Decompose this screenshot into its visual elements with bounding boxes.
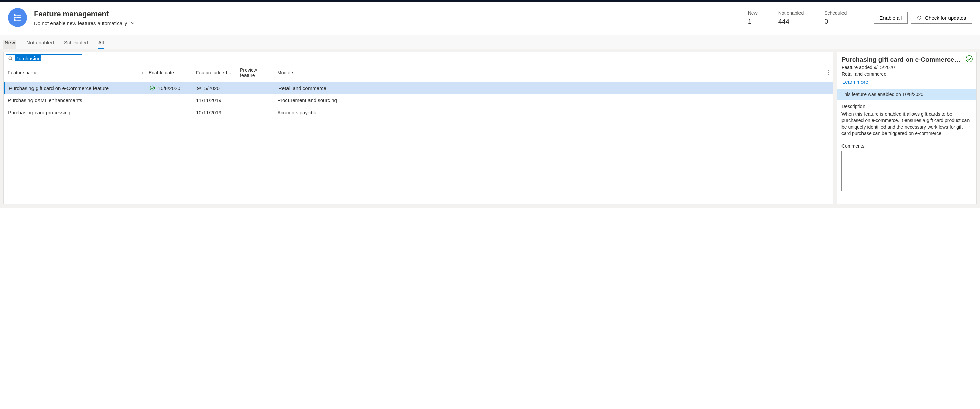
auto-enable-label: Do not enable new features automatically (34, 20, 127, 26)
svg-point-8 (828, 70, 829, 71)
svg-point-6 (9, 57, 11, 60)
stat-new[interactable]: New 1 (741, 10, 772, 25)
enabled-banner: This feature was enabled on 10/8/2020 (837, 89, 976, 100)
svg-point-0 (14, 14, 15, 16)
check-updates-button[interactable]: Check for updates (911, 12, 972, 24)
stat-scheduled[interactable]: Scheduled 0 (818, 10, 860, 25)
svg-point-9 (828, 72, 829, 73)
cell-preview (239, 86, 276, 90)
check-circle-icon (966, 55, 973, 63)
col-header-name-label: Feature name (8, 70, 37, 75)
tab-new[interactable]: New (3, 40, 16, 49)
col-header-feature-added[interactable]: Feature added ↓ (193, 67, 237, 79)
table-row[interactable]: Purchasing cXML enhancements11/11/2019Pr… (4, 94, 833, 106)
detail-title: Purchasing gift card on e-Commerce f… (842, 56, 972, 63)
cell-feature-added: 11/11/2019 (193, 95, 237, 105)
grid-header: Feature name ↑ Enable date Feature added… (4, 63, 833, 82)
enable-all-label: Enable all (880, 15, 902, 21)
stats-block: New 1 Not enabled 444 Scheduled 0 (741, 10, 861, 25)
col-header-preview[interactable]: Preview feature (237, 64, 275, 81)
cell-enable-date (146, 98, 193, 102)
cell-feature-added: 9/15/2020 (194, 83, 239, 93)
cell-module: Procurement and sourcing (275, 95, 833, 105)
cell-feature-added: 10/11/2019 (193, 108, 237, 117)
stat-not-enabled-label: Not enabled (778, 10, 804, 16)
search-value: Purchasing (15, 55, 41, 61)
sort-desc-icon: ↓ (229, 70, 231, 75)
learn-more-link[interactable]: Learn more (842, 79, 868, 84)
table-row[interactable]: Purchasing card processing10/11/2019Acco… (4, 106, 833, 118)
grid-panel: Purchasing Feature name ↑ Enable date Fe… (3, 52, 833, 204)
refresh-icon (917, 15, 922, 20)
cell-feature-name: Purchasing card processing (4, 108, 146, 117)
check-circle-icon (150, 85, 155, 91)
comments-textarea[interactable] (842, 151, 972, 192)
col-header-feature-added-label: Feature added (196, 70, 227, 75)
detail-added: Feature added 9/15/2020 (842, 65, 972, 70)
stat-not-enabled-value: 444 (778, 17, 804, 25)
stat-new-label: New (748, 10, 757, 16)
table-row[interactable]: Purchasing gift card on e-Commerce featu… (4, 82, 833, 94)
stat-not-enabled[interactable]: Not enabled 444 (772, 10, 818, 25)
stat-scheduled-label: Scheduled (824, 10, 846, 16)
cell-enable-date: 10/8/2020 (147, 83, 194, 93)
col-header-name[interactable]: Feature name ↑ (4, 67, 146, 79)
cell-enable-date (146, 110, 193, 114)
feature-list-icon (8, 8, 27, 27)
grid-more-menu[interactable] (827, 68, 830, 78)
page-header: Feature management Do not enable new fea… (0, 2, 980, 35)
search-icon (8, 56, 13, 61)
enable-all-button[interactable]: Enable all (874, 12, 908, 24)
comments-label: Comments (842, 143, 972, 149)
detail-panel: Purchasing gift card on e-Commerce f… Fe… (837, 52, 977, 204)
col-header-module[interactable]: Module (275, 67, 833, 79)
sort-asc-icon: ↑ (141, 70, 143, 75)
check-updates-label: Check for updates (925, 15, 966, 21)
tab-scheduled[interactable]: Scheduled (64, 40, 88, 49)
cell-preview (237, 110, 275, 114)
tab-all[interactable]: All (98, 40, 104, 49)
col-header-enable-date[interactable]: Enable date (146, 67, 193, 79)
stat-scheduled-value: 0 (824, 17, 846, 25)
cell-module: Accounts payable (275, 108, 833, 117)
svg-point-4 (14, 20, 15, 21)
svg-point-10 (828, 74, 829, 75)
stat-new-value: 1 (748, 17, 757, 25)
search-input[interactable]: Purchasing (6, 54, 82, 62)
tab-not-enabled[interactable]: Not enabled (26, 40, 54, 49)
page-title: Feature management (34, 10, 135, 18)
svg-point-11 (150, 86, 154, 90)
content-area: Purchasing Feature name ↑ Enable date Fe… (0, 49, 980, 208)
cell-feature-name: Purchasing cXML enhancements (4, 95, 146, 105)
grid-body: Purchasing gift card on e-Commerce featu… (4, 82, 833, 118)
cell-feature-name: Purchasing gift card on e-Commerce featu… (5, 83, 147, 93)
more-vertical-icon (828, 70, 829, 75)
chevron-down-icon (130, 21, 135, 25)
svg-point-2 (14, 17, 15, 18)
cell-module: Retail and commerce (276, 83, 833, 93)
svg-point-12 (966, 56, 972, 62)
description-label: Description (842, 103, 972, 109)
auto-enable-dropdown[interactable]: Do not enable new features automatically (34, 20, 135, 26)
cell-preview (237, 98, 275, 102)
description-text: When this feature is enabled it allows g… (842, 111, 972, 137)
tab-bar: New Not enabled Scheduled All (0, 35, 980, 49)
svg-line-7 (11, 59, 12, 60)
detail-module: Retail and commerce (842, 71, 972, 77)
